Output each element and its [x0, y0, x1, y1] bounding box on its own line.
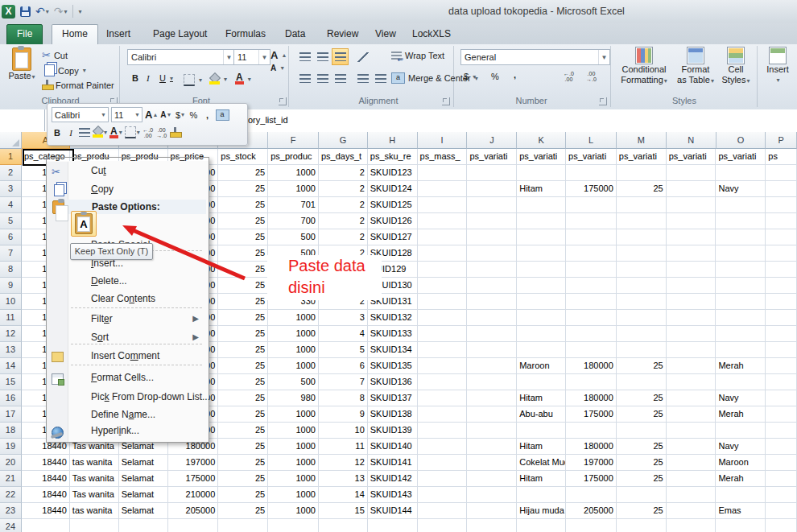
italic-button[interactable]: I: [147, 73, 150, 83]
cell[interactable]: 4: [319, 326, 368, 342]
cell[interactable]: [418, 197, 468, 213]
row-header-21[interactable]: 21: [0, 471, 22, 487]
cell[interactable]: SKUID143: [368, 487, 418, 503]
cell[interactable]: 1000: [268, 358, 319, 374]
cell[interactable]: [566, 519, 617, 532]
cell[interactable]: Merah: [716, 471, 766, 487]
mini-italic-button[interactable]: I: [65, 126, 76, 139]
cell[interactable]: [566, 487, 617, 503]
tab-page-layout[interactable]: Page Layout: [143, 24, 217, 44]
cell[interactable]: [418, 342, 468, 358]
column-header-M[interactable]: M: [617, 132, 667, 149]
cell[interactable]: ps_mass_: [418, 149, 468, 165]
cell[interactable]: ps_variati: [667, 149, 716, 165]
cell[interactable]: Selamat: [119, 503, 168, 519]
row-header-14[interactable]: 14: [0, 358, 22, 374]
row-header-7[interactable]: 7: [0, 245, 22, 262]
cell[interactable]: [667, 229, 716, 245]
cell[interactable]: 25: [218, 503, 268, 519]
cell[interactable]: 1000: [268, 326, 319, 342]
cell[interactable]: [418, 213, 468, 229]
mini-bold-button[interactable]: B: [52, 126, 63, 139]
cell[interactable]: Hitam: [517, 439, 566, 455]
cell[interactable]: 197000: [168, 455, 219, 471]
fill-color-button[interactable]: [209, 74, 227, 85]
cell[interactable]: [467, 245, 517, 262]
alignment-dialog-launcher[interactable]: [442, 97, 450, 105]
cell[interactable]: [517, 245, 566, 262]
cell[interactable]: 5: [319, 342, 368, 358]
cell[interactable]: [716, 519, 766, 532]
cell[interactable]: Navy: [716, 439, 766, 455]
cell[interactable]: SKUID132: [368, 310, 418, 326]
cell[interactable]: ps_stock: [218, 149, 268, 165]
cell[interactable]: 700: [268, 213, 319, 229]
cell[interactable]: [667, 294, 716, 310]
borders-button[interactable]: [184, 74, 202, 86]
cell[interactable]: 2: [319, 165, 368, 181]
number-dialog-launcher[interactable]: [599, 97, 607, 105]
cell[interactable]: [617, 519, 667, 532]
cell[interactable]: 6: [319, 358, 368, 374]
cell[interactable]: SKUID141: [368, 455, 418, 471]
cell[interactable]: ps_variati: [467, 149, 517, 165]
menu-item-copy[interactable]: Copy: [47, 181, 207, 197]
cell[interactable]: 15: [319, 503, 368, 519]
column-header-N[interactable]: N: [667, 132, 716, 149]
cell[interactable]: 25: [218, 374, 268, 390]
cell[interactable]: [716, 245, 766, 262]
cell[interactable]: [218, 519, 268, 532]
cell[interactable]: [766, 358, 797, 374]
decrease-decimal-button[interactable]: .00→.0: [586, 71, 597, 82]
cell[interactable]: SKUID139: [368, 423, 418, 439]
cell[interactable]: [517, 374, 566, 390]
cell[interactable]: [766, 229, 797, 245]
comma-style-button[interactable]: ,: [514, 70, 516, 80]
cell[interactable]: [667, 503, 716, 519]
cell[interactable]: [517, 310, 566, 326]
cell[interactable]: Tas wanita: [70, 471, 119, 487]
mini-center-button[interactable]: [79, 126, 90, 139]
cell[interactable]: [766, 423, 797, 439]
menu-item-sort[interactable]: Sort ▶: [47, 329, 207, 345]
menu-item-pick-from-list[interactable]: Pick From Drop-down List...: [47, 389, 207, 405]
cell[interactable]: [467, 455, 517, 471]
mini-font-family-combo[interactable]: Calibri▼: [52, 107, 109, 122]
mini-fill-color-button[interactable]: [93, 126, 107, 139]
increase-indent-button[interactable]: [372, 70, 389, 87]
cell[interactable]: [467, 471, 517, 487]
cell[interactable]: 25: [218, 342, 268, 358]
cell[interactable]: [418, 406, 468, 423]
cell[interactable]: [467, 197, 517, 213]
cell[interactable]: 14: [319, 487, 368, 503]
cell[interactable]: [766, 374, 797, 390]
cell[interactable]: [418, 390, 468, 406]
column-header-I[interactable]: I: [418, 132, 468, 149]
cell[interactable]: [268, 519, 319, 532]
cell[interactable]: tas wanita: [70, 455, 119, 471]
cell[interactable]: [566, 342, 617, 358]
cell[interactable]: 1000: [268, 165, 319, 181]
cell[interactable]: [766, 310, 797, 326]
tab-lockxls[interactable]: LockXLS: [403, 24, 460, 44]
cell[interactable]: Merah: [716, 406, 766, 423]
cell[interactable]: [418, 262, 468, 278]
cell[interactable]: 11: [319, 439, 368, 455]
cell[interactable]: [667, 197, 716, 213]
cell[interactable]: 25: [218, 455, 268, 471]
cell[interactable]: 25: [218, 197, 268, 213]
cell[interactable]: 25: [617, 358, 667, 374]
cell[interactable]: [667, 471, 716, 487]
cell[interactable]: Cokelat Muda: [517, 455, 566, 471]
cell[interactable]: [467, 229, 517, 245]
cell[interactable]: [716, 326, 766, 342]
cell[interactable]: 25: [218, 181, 268, 197]
cell[interactable]: 25: [617, 390, 667, 406]
cell[interactable]: 180000: [566, 390, 617, 406]
cut-button[interactable]: ✂Cut: [42, 49, 68, 61]
cell[interactable]: [467, 342, 517, 358]
menu-item-hyperlink[interactable]: Hyperlink...: [47, 423, 207, 439]
cell[interactable]: 980: [268, 390, 319, 406]
menu-item-clear-contents[interactable]: Clear Contents: [47, 291, 207, 307]
cell[interactable]: 18440: [22, 455, 70, 471]
